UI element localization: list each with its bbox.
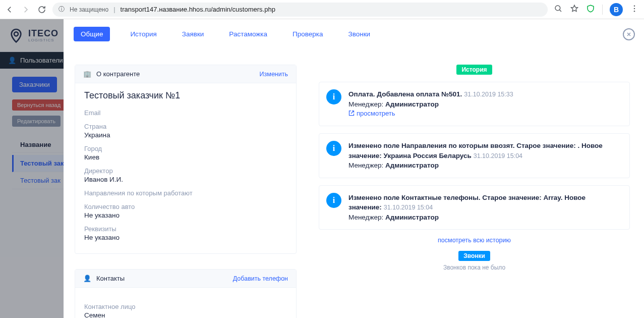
info-icon: i bbox=[326, 193, 341, 208]
tab-calls[interactable]: Звонки bbox=[343, 27, 376, 41]
req-value: Не указано bbox=[84, 234, 287, 241]
history-item: i Оплата. Добавлена оплата №501.31.10.20… bbox=[319, 82, 630, 126]
tab-common[interactable]: Общие bbox=[74, 27, 110, 41]
browser-forward-icon[interactable] bbox=[21, 5, 30, 14]
menu-dots-icon[interactable] bbox=[630, 4, 639, 15]
modal-tabs: Общие История Заявки Растаможка Проверка… bbox=[64, 19, 644, 49]
city-label: Город bbox=[84, 145, 287, 152]
email-label: Email bbox=[84, 109, 287, 117]
browser-back-icon[interactable] bbox=[5, 5, 14, 14]
about-card: 🏢 О контрагенте Изменить Тестовый заказч… bbox=[75, 65, 297, 254]
contact-icon: 👤 bbox=[83, 275, 91, 282]
contacts-card: 👤 Контакты Добавить телефон Контактное л… bbox=[75, 269, 297, 318]
svg-point-1 bbox=[634, 5, 635, 7]
info-icon: i bbox=[326, 89, 341, 104]
url-bar[interactable]: ⓘ Не защищено | transport147.название.hh… bbox=[52, 3, 548, 17]
view-link[interactable]: просмотреть bbox=[348, 109, 513, 119]
tab-requests[interactable]: Заявки bbox=[177, 27, 209, 41]
director-value: Иванов И.И. bbox=[84, 176, 287, 183]
svg-point-3 bbox=[634, 11, 635, 12]
contact-person-label: Контактное лицо bbox=[84, 303, 287, 310]
director-label: Директор bbox=[84, 167, 287, 175]
building-icon: 🏢 bbox=[83, 70, 91, 78]
contacts-header: Контакты bbox=[96, 275, 125, 282]
svg-point-2 bbox=[634, 8, 635, 10]
star-icon[interactable] bbox=[570, 4, 579, 15]
svg-point-0 bbox=[555, 6, 560, 11]
close-icon[interactable] bbox=[623, 28, 635, 40]
no-calls-text: Звонков пока не было bbox=[319, 264, 630, 271]
directions-label: Направления по которым работают bbox=[84, 189, 287, 197]
zoom-icon[interactable] bbox=[554, 4, 563, 15]
history-item: i Изменено поле Направления по которым в… bbox=[319, 133, 630, 178]
edit-link[interactable]: Изменить bbox=[260, 71, 288, 78]
add-phone-link[interactable]: Добавить телефон bbox=[233, 275, 288, 282]
cars-value: Не указано bbox=[84, 211, 287, 219]
browser-reload-icon[interactable] bbox=[37, 5, 46, 14]
history-badge: История bbox=[456, 65, 492, 75]
req-label: Реквизиты bbox=[84, 225, 287, 233]
info-icon: ⓘ bbox=[58, 5, 65, 14]
not-secure-label: Не защищено bbox=[70, 6, 108, 13]
tab-customs[interactable]: Растаможка bbox=[224, 27, 272, 41]
about-header: О контрагенте bbox=[96, 70, 140, 78]
history-item: i Изменено поле Контактные телефоны. Ста… bbox=[319, 185, 630, 230]
contact-person-value: Семен bbox=[84, 311, 287, 318]
calls-badge: Звонки bbox=[458, 251, 490, 261]
see-all-history-link[interactable]: посмотреть всю историю bbox=[319, 237, 630, 244]
tab-history[interactable]: История bbox=[125, 27, 161, 41]
profile-avatar[interactable]: В bbox=[610, 3, 623, 16]
customer-title: Тестовый заказчик №1 bbox=[84, 90, 287, 101]
customer-modal: Общие История Заявки Растаможка Проверка… bbox=[64, 19, 644, 318]
cars-label: Количество авто bbox=[84, 203, 287, 210]
country-value: Украина bbox=[84, 131, 287, 139]
info-icon: i bbox=[326, 141, 341, 156]
country-label: Страна bbox=[84, 123, 287, 130]
tab-check[interactable]: Проверка bbox=[287, 27, 328, 41]
shield-icon[interactable] bbox=[586, 4, 595, 15]
city-value: Киев bbox=[84, 153, 287, 161]
url-text: transport147.название.hhos.ru/admin/cust… bbox=[121, 6, 275, 13]
